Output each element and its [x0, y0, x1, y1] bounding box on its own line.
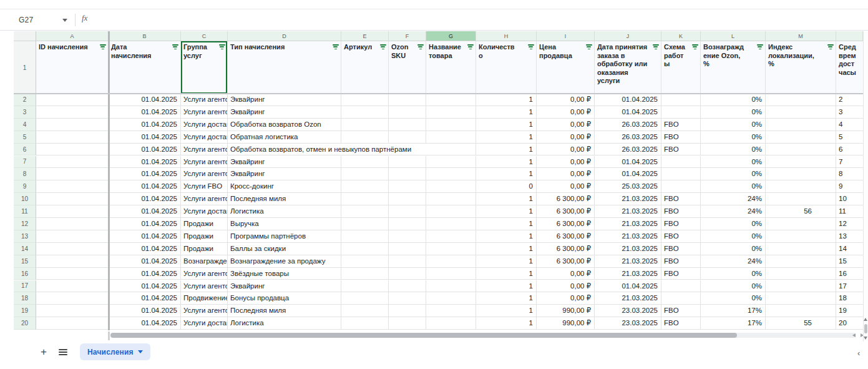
- row-header-17[interactable]: 17: [14, 280, 36, 293]
- cell-M7[interactable]: [766, 156, 836, 169]
- cell-B9[interactable]: 01.04.2025: [109, 180, 181, 193]
- cell-K8[interactable]: [661, 168, 701, 180]
- cell-L4[interactable]: 0%: [701, 119, 766, 131]
- cell-L9[interactable]: 0%: [701, 180, 766, 193]
- cell-A13[interactable]: [36, 230, 109, 243]
- sheet-tab-active[interactable]: Начисления: [80, 343, 150, 360]
- row-header-16[interactable]: 16: [14, 268, 36, 280]
- cell-F19[interactable]: [389, 305, 426, 317]
- column-header-J[interactable]: J: [595, 31, 661, 41]
- cell-C19[interactable]: Услуги агентов: [181, 305, 228, 317]
- cell-E8[interactable]: [341, 168, 389, 180]
- cell-I6[interactable]: 0,00 ₽: [537, 144, 595, 156]
- cell-M12[interactable]: [766, 218, 836, 230]
- cell-I18[interactable]: 0,00 ₽: [537, 292, 595, 305]
- cell-B16[interactable]: 01.04.2025: [109, 268, 181, 280]
- cell-H9[interactable]: 0: [476, 180, 537, 193]
- column-header-L[interactable]: L: [701, 31, 766, 41]
- row-header-7[interactable]: 7: [14, 156, 36, 169]
- cell-M13[interactable]: [766, 230, 836, 243]
- cell-I5[interactable]: 0,00 ₽: [537, 131, 595, 144]
- cell-C15[interactable]: Вознаграждение Ozon: [181, 255, 228, 268]
- cell-A12[interactable]: [36, 218, 109, 230]
- cell-H4[interactable]: 1: [476, 119, 537, 131]
- cell-I14[interactable]: 6 300,00 ₽: [537, 243, 595, 255]
- add-sheet-button[interactable]: +: [37, 345, 50, 360]
- cell-L16[interactable]: 0%: [701, 268, 766, 280]
- cell-D18[interactable]: Бонусы продавца: [228, 292, 341, 305]
- cell-A5[interactable]: [36, 131, 109, 144]
- cell-F4[interactable]: [389, 119, 426, 131]
- column-header-F[interactable]: F: [389, 31, 426, 41]
- cell-G20[interactable]: [426, 317, 476, 330]
- scroll-left-icon[interactable]: [852, 333, 856, 337]
- header-cell-L[interactable]: Вознагражд ение Ozon, %: [701, 41, 766, 94]
- column-header-G[interactable]: G: [426, 31, 476, 41]
- cell-D16[interactable]: Звёздные товары: [228, 268, 341, 280]
- cell-C12[interactable]: Продажи: [181, 218, 228, 230]
- cell-D4[interactable]: Обработка возвратов Ozon: [228, 119, 341, 131]
- cell-D3[interactable]: Эквайринг: [228, 106, 341, 119]
- row-header-5[interactable]: 5: [14, 131, 36, 144]
- cell-G2[interactable]: [426, 94, 476, 106]
- scroll-up-icon[interactable]: [864, 318, 867, 321]
- cell-A20[interactable]: [36, 317, 109, 330]
- cell-A16[interactable]: [36, 268, 109, 280]
- filter-icon-M[interactable]: [827, 44, 834, 51]
- cell-M2[interactable]: [766, 94, 836, 106]
- row-header-6[interactable]: 6: [14, 144, 36, 156]
- cell-B14[interactable]: 01.04.2025: [109, 243, 181, 255]
- cell-A19[interactable]: [36, 305, 109, 317]
- formula-input[interactable]: [97, 9, 868, 30]
- cell-J20[interactable]: 23.03.2025: [595, 317, 661, 330]
- cell-B3[interactable]: 01.04.2025: [109, 106, 181, 119]
- filter-icon-I[interactable]: [585, 44, 592, 51]
- filter-icon-C[interactable]: [218, 44, 225, 51]
- header-cell-H[interactable]: Количеств о: [476, 41, 537, 94]
- cell-E9[interactable]: [341, 180, 389, 193]
- row-header-13[interactable]: 13: [14, 230, 36, 243]
- header-cell-A[interactable]: ID начисления: [36, 41, 109, 94]
- cell-I13[interactable]: 6 300,00 ₽: [537, 230, 595, 243]
- cell-L18[interactable]: 0%: [701, 292, 766, 305]
- chevron-down-icon[interactable]: [62, 19, 67, 22]
- cell-A10[interactable]: [36, 193, 109, 205]
- cell-J11[interactable]: 21.03.2025: [595, 205, 661, 218]
- cell-H6[interactable]: 1: [476, 144, 537, 156]
- header-cell-G[interactable]: Название товара: [426, 41, 476, 94]
- cell-E3[interactable]: [341, 106, 389, 119]
- cell-I17[interactable]: 0,00 ₽: [537, 280, 595, 293]
- filter-icon-D[interactable]: [332, 44, 339, 51]
- filter-icon-F[interactable]: [417, 44, 424, 51]
- frozen-row-divider[interactable]: [14, 93, 863, 94]
- row-header-1[interactable]: 1: [14, 41, 36, 94]
- cell-A18[interactable]: [36, 292, 109, 305]
- cell-C9[interactable]: Услуги FBO: [181, 180, 228, 193]
- header-cell-I[interactable]: Цена продавца: [537, 41, 595, 94]
- cell-D2[interactable]: Эквайринг: [228, 94, 341, 106]
- cell-L12[interactable]: 0%: [701, 218, 766, 230]
- row-header-9[interactable]: 9: [14, 180, 36, 193]
- cell-G17[interactable]: [426, 280, 476, 293]
- cell-C5[interactable]: Услуги доставки: [181, 131, 228, 144]
- cell-J10[interactable]: 21.03.2025: [595, 193, 661, 205]
- cell-G18[interactable]: [426, 292, 476, 305]
- cell-E12[interactable]: [341, 218, 389, 230]
- cell-L7[interactable]: 0%: [701, 156, 766, 169]
- cell-H2[interactable]: 1: [476, 94, 537, 106]
- row-header-18[interactable]: 18: [14, 292, 36, 305]
- cell-G19[interactable]: [426, 305, 476, 317]
- cell-K7[interactable]: [661, 156, 701, 169]
- cell-E5[interactable]: [341, 131, 389, 144]
- cell-M3[interactable]: [766, 106, 836, 119]
- cell-E2[interactable]: [341, 94, 389, 106]
- cell-K4[interactable]: FBO: [661, 119, 701, 131]
- cell-C3[interactable]: Услуги агентов: [181, 106, 228, 119]
- cell-E10[interactable]: [341, 193, 389, 205]
- cell-H14[interactable]: 1: [476, 243, 537, 255]
- cell-A6[interactable]: [36, 144, 109, 156]
- cell-M8[interactable]: [766, 168, 836, 180]
- cell-H17[interactable]: 1: [476, 280, 537, 293]
- cell-F7[interactable]: [389, 156, 426, 169]
- filter-icon-B[interactable]: [172, 44, 178, 51]
